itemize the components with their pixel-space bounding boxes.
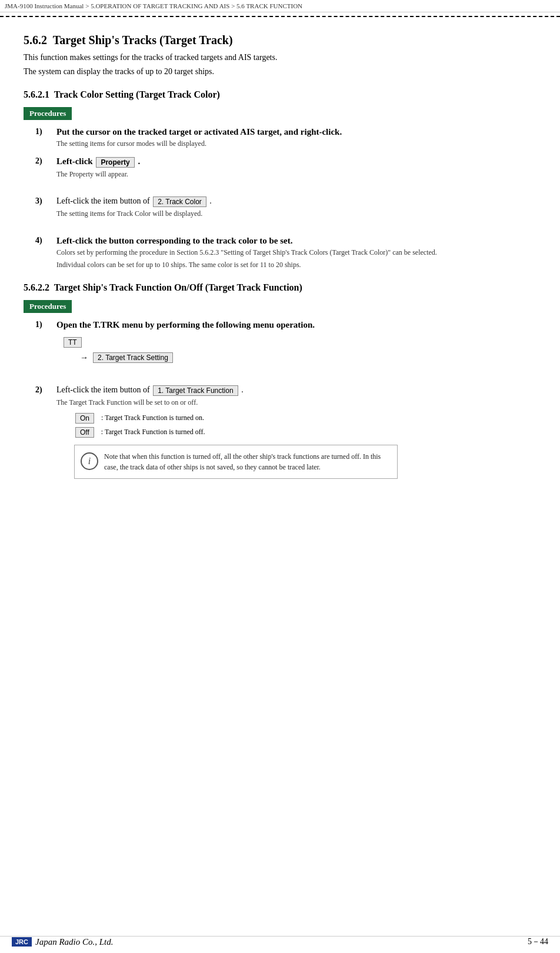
on-off-table: On : Target Track Function is turned on.… bbox=[74, 413, 536, 438]
step-2-suffix: . bbox=[138, 156, 141, 166]
info-icon: i bbox=[81, 452, 98, 470]
on-button[interactable]: On bbox=[75, 413, 94, 424]
subsection-1-title: 5.6.2.1 Track Color Setting (Target Trac… bbox=[24, 89, 536, 100]
jrc-badge: JRC bbox=[12, 937, 32, 947]
footer-logo: JRC Japan Radio Co., Ltd. bbox=[12, 937, 114, 947]
step-b2-desc: The Target Track Function will be set to… bbox=[56, 398, 536, 407]
arrow-symbol: → bbox=[80, 353, 88, 362]
step-4-num: 4) bbox=[35, 236, 56, 269]
target-track-function-button[interactable]: 1. Target Track Function bbox=[153, 385, 238, 396]
step-b1-bold: Open the T.TRK menu by performing the fo… bbox=[56, 320, 536, 330]
info-box: i Note that when this function is turned… bbox=[74, 445, 398, 479]
step-1-content: Put the cursor on the tracked target or … bbox=[56, 127, 536, 148]
step-2-num: 2) bbox=[35, 156, 56, 179]
step-b2: 2) Left-click the item button of 1. Targ… bbox=[35, 385, 536, 486]
procedures-badge-1: Procedures bbox=[24, 107, 72, 120]
step-1: 1) Put the cursor on the tracked target … bbox=[35, 127, 536, 148]
step-3-content: Left-click the item button of 2. Track C… bbox=[56, 196, 536, 218]
step-b2-main: Left-click the item button of 1. Target … bbox=[56, 385, 536, 396]
step-4-content: Left-click the button corresponding to t… bbox=[56, 236, 536, 269]
on-row: On : Target Track Function is turned on. bbox=[74, 413, 536, 424]
step-b2-suffix: . bbox=[241, 385, 244, 394]
on-desc: : Target Track Function is turned on. bbox=[101, 414, 204, 422]
section-title: 5.6.2 Target Ship's Tracks (Target Track… bbox=[24, 34, 536, 47]
tt-button[interactable]: TT bbox=[64, 337, 82, 348]
step-2-main: Left-click Property . bbox=[56, 156, 536, 168]
step-3-num: 3) bbox=[35, 196, 56, 218]
footer-company: Japan Radio Co., Ltd. bbox=[35, 937, 114, 947]
off-button[interactable]: Off bbox=[75, 427, 94, 438]
step-b2-content: Left-click the item button of 1. Target … bbox=[56, 385, 536, 486]
step-b2-prefix: Left-click the item button of bbox=[56, 385, 150, 394]
step-4-bold: Left-click the button corresponding to t… bbox=[56, 236, 536, 246]
step-4-desc1: Colors set by performing the procedure i… bbox=[56, 248, 536, 257]
footer: JRC Japan Radio Co., Ltd. 5－44 bbox=[0, 936, 560, 947]
step-1-bold: Put the cursor on the tracked target or … bbox=[56, 127, 536, 137]
step-b1: 1) Open the T.TRK menu by performing the… bbox=[35, 320, 536, 368]
step-b1-num: 1) bbox=[35, 320, 56, 368]
step-2-content: Left-click Property . The Property will … bbox=[56, 156, 536, 179]
step-b1-content: Open the T.TRK menu by performing the fo… bbox=[56, 320, 536, 368]
procedures-badge-2: Procedures bbox=[24, 300, 72, 313]
intro-text-1: This function makes settings for the tra… bbox=[24, 53, 536, 62]
off-row: Off : Target Track Function is turned of… bbox=[74, 427, 536, 438]
step-2-desc: The Property will appear. bbox=[56, 170, 536, 179]
step-1-num: 1) bbox=[35, 127, 56, 148]
step-1-desc: The setting items for cursor modes will … bbox=[56, 139, 536, 148]
off-desc: : Target Track Function is turned off. bbox=[101, 428, 205, 436]
step-3-suffix: . bbox=[209, 196, 212, 205]
step-3-desc: The setting items for Track Color will b… bbox=[56, 209, 536, 218]
footer-page: 5－44 bbox=[528, 937, 548, 947]
subsection-2-title: 5.6.2.2 Target Ship's Track Function On/… bbox=[24, 282, 536, 293]
step-b2-num: 2) bbox=[35, 385, 56, 486]
step-3-prefix: Left-click the item button of bbox=[56, 196, 150, 205]
info-text: Note that when this function is turned o… bbox=[104, 451, 391, 472]
step-4: 4) Left-click the button corresponding t… bbox=[35, 236, 536, 269]
breadcrumb: JMA-9100 Instruction Manual > 5.OPERATIO… bbox=[0, 0, 560, 12]
intro-text-2: The system can display the tracks of up … bbox=[24, 67, 536, 76]
step-3: 3) Left-click the item button of 2. Trac… bbox=[35, 196, 536, 218]
step-2: 2) Left-click Property . The Property wi… bbox=[35, 156, 536, 179]
step-3-main: Left-click the item button of 2. Track C… bbox=[56, 196, 536, 207]
step-2-prefix: Left-click bbox=[56, 156, 93, 166]
step-4-desc2: Individual colors can be set for up to 1… bbox=[56, 261, 536, 269]
property-button[interactable]: Property bbox=[96, 157, 134, 168]
target-track-setting-button[interactable]: 2. Target Track Setting bbox=[93, 352, 173, 363]
track-color-button[interactable]: 2. Track Color bbox=[153, 196, 206, 207]
